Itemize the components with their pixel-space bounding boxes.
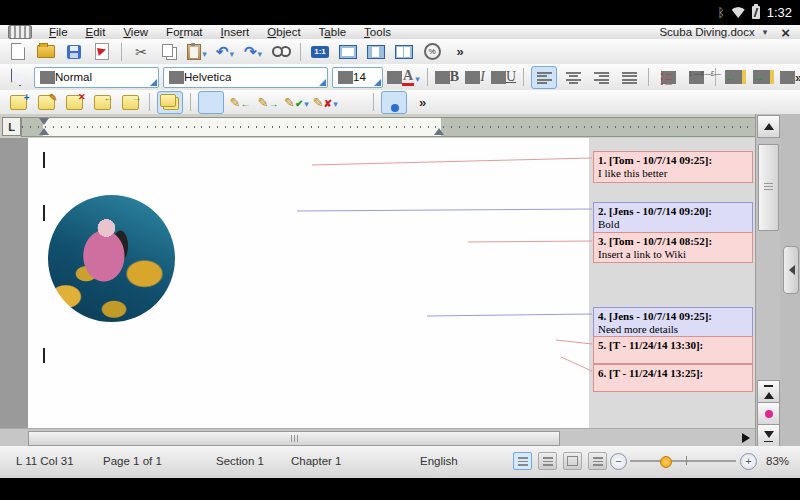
comment-6[interactable]: 6. [T - 11/24/14 13:25]: (593, 364, 753, 392)
align-center-button[interactable] (561, 67, 585, 88)
comment-header: 2. [Jens - 10/7/14 09:20]: (598, 205, 748, 218)
underline-button[interactable]: U (491, 67, 516, 88)
insert-note-button[interactable] (6, 92, 30, 113)
scroll-right-button[interactable] (738, 431, 753, 444)
zoom-percent-button[interactable]: % (420, 41, 444, 62)
right-indent-marker[interactable] (434, 128, 444, 135)
show-notes-button[interactable] (157, 91, 183, 114)
zoom-two-pages-button[interactable] (392, 41, 416, 62)
new-document-button[interactable] (6, 41, 30, 62)
next-change-button[interactable] (256, 92, 280, 113)
accept-change-button[interactable] (284, 92, 309, 113)
toolbar-separator (149, 93, 150, 111)
zoom-entire-page-button[interactable] (364, 41, 388, 62)
menu-insert[interactable]: Insert (212, 26, 259, 38)
undo-button[interactable]: ↶ (213, 41, 237, 62)
zoom-slider-thumb[interactable] (660, 456, 672, 468)
numbered-list-button[interactable] (684, 67, 708, 88)
zoom-percent-status[interactable]: 83% (766, 455, 789, 467)
redo-button[interactable]: ↷ (241, 41, 265, 62)
view-single-page-button[interactable] (513, 452, 532, 470)
previous-page-icon (764, 387, 774, 399)
previous-page-button[interactable] (757, 380, 780, 403)
comment-change-button[interactable] (342, 92, 366, 113)
andropen-office-writer: ᛒ 1:32 FileEditViewFormatInsertObjectTab… (0, 0, 800, 500)
zoom-page-width-button[interactable] (336, 41, 360, 62)
first-line-indent-marker[interactable] (39, 118, 49, 125)
align-right-button[interactable] (589, 67, 613, 88)
delete-note-button[interactable] (62, 92, 86, 113)
justify-button[interactable] (617, 67, 641, 88)
menu-edit[interactable]: Edit (77, 26, 115, 38)
next-page-button[interactable] (757, 424, 780, 447)
left-indent-marker[interactable] (39, 128, 49, 135)
font-color-button[interactable]: A (387, 67, 420, 88)
view-book-button[interactable] (563, 452, 582, 470)
font-name-combo[interactable]: Helvetica (163, 67, 328, 88)
keyboard-icon[interactable] (8, 25, 32, 39)
menu-view[interactable]: View (114, 26, 157, 38)
cut-button[interactable]: ✂ (129, 41, 153, 62)
zoom-100-button[interactable]: 1:1 (308, 41, 332, 62)
zoom-in-button[interactable]: + (740, 453, 757, 470)
menu-object[interactable]: Object (258, 26, 309, 38)
toolbar-separator (648, 68, 649, 86)
protect-changes-button[interactable] (381, 91, 407, 114)
tab-stop-selector[interactable]: L (2, 117, 21, 136)
open-button[interactable] (34, 41, 58, 62)
export-pdf-button[interactable] (90, 41, 114, 62)
menu-format[interactable]: Format (157, 26, 211, 38)
menu-table[interactable]: Table (310, 26, 356, 38)
horizontal-scrollbar-thumb[interactable] (28, 431, 560, 446)
select-cursor-button[interactable] (6, 67, 30, 88)
comment-2[interactable]: 2. [Jens - 10/7/14 09:20]: Bold (593, 202, 753, 233)
battery-icon (752, 6, 760, 19)
view-web-button[interactable] (588, 452, 607, 470)
close-document-button[interactable]: × (781, 25, 790, 40)
view-multi-page-button[interactable] (538, 452, 557, 470)
horizontal-ruler[interactable] (21, 117, 757, 137)
vertical-scrollbar[interactable] (755, 114, 780, 446)
navigation-button[interactable] (757, 402, 780, 425)
comment-3[interactable]: 3. [Tom - 10/7/14 08:52]: Insert a link … (593, 232, 753, 263)
document-menu-dropdown-icon[interactable]: ▾ (763, 27, 768, 37)
menu-tools[interactable]: Tools (355, 26, 400, 38)
track-changes-button[interactable] (198, 91, 224, 114)
more-review-button[interactable]: » (411, 92, 435, 113)
diver-photo[interactable] (48, 195, 175, 322)
find-replace-button[interactable] (269, 41, 293, 62)
horizontal-scrollbar[interactable] (0, 428, 755, 448)
zoom-out-button[interactable]: − (610, 453, 627, 470)
align-left-button[interactable] (531, 66, 557, 89)
comment-4[interactable]: 4. [Jens - 10/7/14 09:25]: Need more det… (593, 307, 753, 337)
increase-indent-button[interactable] (751, 67, 775, 88)
bold-button[interactable]: B (435, 67, 459, 88)
scroll-up-button[interactable] (757, 115, 780, 138)
vertical-scrollbar-thumb[interactable] (758, 144, 779, 231)
review-toolbar: » (0, 90, 800, 115)
save-button[interactable] (62, 41, 86, 62)
next-note-button[interactable] (118, 92, 142, 113)
more-tools-button[interactable]: » (448, 41, 472, 62)
zoom-slider-track[interactable] (630, 460, 736, 462)
edit-note-button[interactable] (34, 92, 58, 113)
copy-button[interactable] (157, 41, 181, 62)
comment-1[interactable]: 1. [Tom - 10/7/14 09:25]: I like this be… (593, 151, 753, 183)
font-size-combo[interactable]: 14 (332, 67, 383, 88)
up-arrow-icon (764, 118, 774, 130)
previous-note-button[interactable] (90, 92, 114, 113)
previous-change-button[interactable] (228, 92, 252, 113)
panel-collapse-button[interactable] (783, 246, 799, 294)
bullet-list-button[interactable] (656, 67, 680, 88)
decrease-indent-button[interactable] (723, 67, 747, 88)
menu-file[interactable]: File (40, 26, 77, 38)
reject-change-button[interactable] (313, 92, 338, 113)
paragraph-style-combo[interactable]: Normal (34, 67, 159, 88)
paste-button[interactable] (185, 41, 209, 62)
more-format-button[interactable]: » (779, 67, 800, 88)
italic-button[interactable]: I (463, 67, 487, 88)
view-layout-icon (593, 457, 603, 466)
comment-5[interactable]: 5. [T - 11/24/14 13:30]: (593, 336, 753, 364)
document-title[interactable]: Scuba Diving.docx (659, 26, 754, 38)
language-status[interactable]: English (420, 455, 458, 467)
